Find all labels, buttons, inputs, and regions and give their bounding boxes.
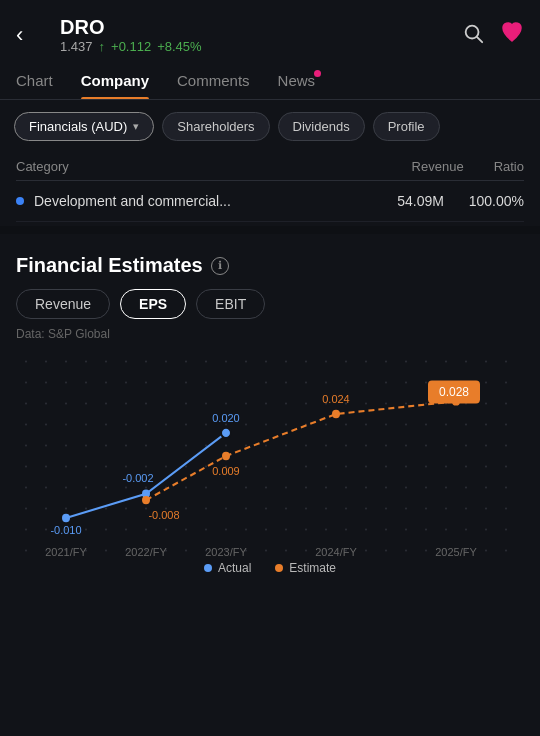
col-category: Category xyxy=(16,159,69,174)
heart-icon[interactable] xyxy=(500,20,524,50)
chart-legend: Actual Estimate xyxy=(16,561,524,583)
tab-company[interactable]: Company xyxy=(81,62,149,99)
price-arrow: ↑ xyxy=(99,39,106,54)
main-tabs: Chart Company Comments News xyxy=(0,62,540,100)
back-button[interactable]: ‹ xyxy=(16,22,48,48)
est-btn-revenue[interactable]: Revenue xyxy=(16,289,110,319)
table-row: Development and commercial... 54.09M 100… xyxy=(16,181,524,222)
estimate-dot-1 xyxy=(222,452,230,460)
stock-ticker: DRO xyxy=(60,16,450,39)
estimate-type-buttons: Revenue EPS EBIT xyxy=(16,289,524,319)
est-btn-ebit[interactable]: EBIT xyxy=(196,289,265,319)
label-actual-2: 0.020 xyxy=(212,412,240,424)
estimates-title: Financial Estimates xyxy=(16,254,203,277)
label-est-0: -0.008 xyxy=(148,509,179,521)
tab-news[interactable]: News xyxy=(278,62,316,99)
chevron-down-icon: ▾ xyxy=(133,120,139,133)
info-icon[interactable]: ℹ xyxy=(211,257,229,275)
x-label-4: 2025/FY xyxy=(435,546,477,558)
legend-actual-label: Actual xyxy=(218,561,251,575)
price-pct: +8.45% xyxy=(157,39,201,54)
tooltip-text: 0.028 xyxy=(439,385,469,399)
row-revenue: 54.09M xyxy=(354,193,444,209)
price-change: +0.112 xyxy=(111,39,151,54)
legend-dot-actual xyxy=(204,564,212,572)
col-ratio: Ratio xyxy=(494,159,524,174)
est-btn-eps[interactable]: EPS xyxy=(120,289,186,319)
row-ratio: 100.00% xyxy=(444,193,524,209)
estimate-dot-0 xyxy=(142,496,150,504)
header: ‹ DRO 1.437 ↑ +0.112 +8.45% xyxy=(0,0,540,62)
filter-shareholders[interactable]: Shareholders xyxy=(162,112,269,141)
x-label-0: 2021/FY xyxy=(45,546,87,558)
actual-dot-2 xyxy=(221,428,231,439)
col-revenue: Revenue xyxy=(412,159,464,174)
search-icon[interactable] xyxy=(462,22,484,49)
estimates-chart: 0.028 -0.010 -0.002 0.020 -0.008 0.009 0… xyxy=(16,351,524,561)
estimates-title-row: Financial Estimates ℹ xyxy=(16,254,524,277)
svg-line-1 xyxy=(477,37,482,42)
stock-info: DRO 1.437 ↑ +0.112 +8.45% xyxy=(60,16,450,54)
estimate-dot-2 xyxy=(332,410,340,418)
stock-price-row: 1.437 ↑ +0.112 +8.45% xyxy=(60,39,450,54)
row-dot xyxy=(16,197,24,205)
financials-table: Category Revenue Ratio Development and c… xyxy=(0,153,540,222)
estimates-section: Financial Estimates ℹ Revenue EPS EBIT D… xyxy=(0,238,540,583)
filter-profile[interactable]: Profile xyxy=(373,112,440,141)
tab-comments[interactable]: Comments xyxy=(177,62,250,99)
table-header: Category Revenue Ratio xyxy=(16,153,524,181)
filter-row: Financials (AUD) ▾ Shareholders Dividend… xyxy=(0,100,540,153)
actual-dot-0 xyxy=(62,514,70,522)
section-divider xyxy=(0,226,540,234)
legend-estimate-label: Estimate xyxy=(289,561,336,575)
x-label-1: 2022/FY xyxy=(125,546,167,558)
label-est-1: 0.009 xyxy=(212,465,240,477)
chart-svg: 0.028 -0.010 -0.002 0.020 -0.008 0.009 0… xyxy=(16,351,524,561)
label-actual-0: -0.010 xyxy=(50,523,81,535)
x-label-3: 2024/FY xyxy=(315,546,357,558)
legend-actual: Actual xyxy=(204,561,251,575)
header-icons xyxy=(462,20,524,50)
legend-dot-estimate xyxy=(275,564,283,572)
news-notification-dot xyxy=(314,70,321,77)
filter-financials[interactable]: Financials (AUD) ▾ xyxy=(14,112,154,141)
x-label-2: 2023/FY xyxy=(205,546,247,558)
label-est-2: 0.024 xyxy=(322,393,350,405)
label-actual-1: -0.002 xyxy=(122,472,153,484)
price-value: 1.437 xyxy=(60,39,93,54)
data-source: Data: S&P Global xyxy=(16,327,524,341)
legend-estimate: Estimate xyxy=(275,561,336,575)
tab-chart[interactable]: Chart xyxy=(16,62,53,99)
filter-dividends[interactable]: Dividends xyxy=(278,112,365,141)
row-label: Development and commercial... xyxy=(34,193,354,209)
